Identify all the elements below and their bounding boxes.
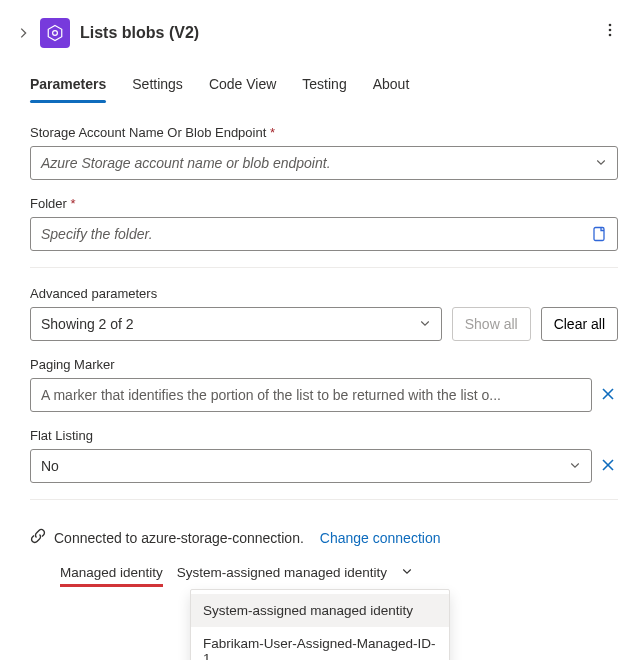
svg-point-1 [53, 31, 58, 36]
dropdown-option[interactable]: Fabrikam-User-Assigned-Managed-ID-1 [191, 627, 449, 660]
link-icon [30, 528, 46, 547]
show-all-button: Show all [452, 307, 531, 341]
separator [30, 267, 618, 268]
action-title: Lists blobs (V2) [80, 24, 199, 42]
remove-paging-icon[interactable] [600, 386, 618, 404]
paging-input[interactable]: A marker that identifies the portion of … [30, 378, 592, 412]
remove-flat-icon[interactable] [600, 457, 618, 475]
paging-value: A marker that identifies the portion of … [41, 387, 501, 403]
tab-about[interactable]: About [373, 70, 410, 102]
chevron-down-icon [595, 155, 607, 171]
storage-placeholder: Azure Storage account name or blob endpo… [41, 155, 331, 171]
svg-point-2 [609, 24, 612, 27]
managed-identity-select[interactable]: System-assigned managed identity [177, 565, 413, 584]
separator [30, 499, 618, 500]
folder-picker-icon[interactable] [591, 226, 607, 242]
flat-label: Flat Listing [30, 428, 618, 443]
advanced-label: Advanced parameters [30, 286, 618, 301]
collapse-chevron-icon[interactable] [16, 26, 30, 40]
storage-label: Storage Account Name Or Blob Endpoint [30, 125, 618, 140]
connector-icon [40, 18, 70, 48]
managed-identity-dropdown: System-assigned managed identity Fabrika… [190, 589, 450, 660]
managed-identity-label: Managed identity [60, 565, 163, 587]
managed-identity-selected: System-assigned managed identity [177, 565, 387, 580]
tab-settings[interactable]: Settings [132, 70, 183, 102]
storage-input[interactable]: Azure Storage account name or blob endpo… [30, 146, 618, 180]
svg-point-4 [609, 34, 612, 37]
dropdown-option[interactable]: System-assigned managed identity [191, 594, 449, 627]
connection-status: Connected to azure-storage-connection. C… [30, 528, 618, 547]
connection-suffix: . [300, 530, 304, 546]
connection-prefix: Connected to [54, 530, 141, 546]
tab-bar: Parameters Settings Code View Testing Ab… [30, 70, 618, 103]
folder-placeholder: Specify the folder. [41, 226, 153, 242]
flat-select[interactable]: No [30, 449, 592, 483]
advanced-summary: Showing 2 of 2 [41, 316, 134, 332]
chevron-down-icon [419, 316, 431, 332]
tab-code-view[interactable]: Code View [209, 70, 276, 102]
svg-point-3 [609, 29, 612, 32]
folder-input[interactable]: Specify the folder. [30, 217, 618, 251]
svg-rect-5 [594, 228, 604, 241]
chevron-down-icon [569, 458, 581, 474]
advanced-select[interactable]: Showing 2 of 2 [30, 307, 442, 341]
folder-label: Folder [30, 196, 618, 211]
change-connection-link[interactable]: Change connection [320, 530, 441, 546]
overflow-menu-icon[interactable] [602, 22, 618, 41]
tab-parameters[interactable]: Parameters [30, 70, 106, 102]
svg-marker-0 [48, 26, 62, 41]
connection-name: azure-storage-connection [141, 530, 300, 546]
chevron-down-icon [401, 565, 413, 580]
paging-label: Paging Marker [30, 357, 618, 372]
clear-all-button[interactable]: Clear all [541, 307, 618, 341]
flat-value: No [41, 458, 59, 474]
tab-testing[interactable]: Testing [302, 70, 346, 102]
